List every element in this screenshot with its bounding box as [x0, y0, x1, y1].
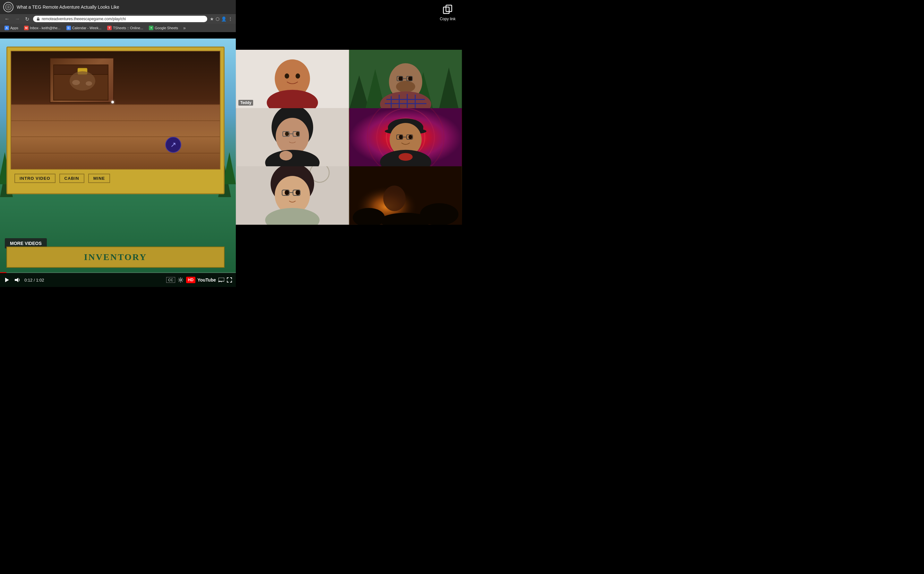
participant-woman-glasses — [236, 108, 349, 167]
video-title: What a TEG Remote Adventure Actually Loo… — [17, 5, 119, 9]
copy-link-label: Copy link — [440, 17, 456, 21]
cap-guy-video — [349, 108, 462, 167]
scene-background — [11, 51, 220, 169]
cc-button[interactable]: CC — [166, 277, 175, 283]
url-bar: ← → ↻ remoteadventures.theeescapegame.co… — [0, 14, 236, 24]
svg-point-50 — [285, 132, 289, 136]
participant-teddy: Teddy — [236, 50, 349, 108]
more-tabs-button[interactable]: » — [182, 25, 187, 30]
dark-scene-video — [349, 166, 462, 225]
extensions-icon[interactable]: ⬡ — [215, 16, 220, 22]
tab-apps[interactable]: A Apps — [3, 25, 20, 31]
svg-rect-5 — [37, 19, 39, 20]
tab-apps-label: Apps — [10, 26, 18, 30]
copy-link-button[interactable]: Copy link — [440, 3, 456, 21]
svg-point-78 — [295, 190, 300, 195]
participants-grid: Teddy — [236, 50, 462, 225]
floor — [11, 104, 220, 169]
calendar-icon: C — [66, 26, 71, 30]
plaid-guy-video — [349, 50, 462, 108]
url-icons-group: ★ ⬡ 👤 ⋮ — [210, 16, 233, 22]
tab-inbox-label: Inbox - keith@the... — [30, 26, 61, 30]
svg-point-15 — [86, 81, 92, 86]
channel-icon — [3, 2, 14, 12]
lock-icon — [36, 17, 40, 21]
svg-point-85 — [383, 186, 405, 211]
copy-link-icon — [442, 3, 454, 16]
chest-object — [50, 58, 114, 103]
more-options-icon[interactable]: ⋮ — [228, 16, 233, 22]
svg-point-35 — [396, 81, 415, 93]
youtube-controls: CC HD YouTube — [166, 277, 232, 283]
tabs-bar: A Apps M Inbox - keith@the... C Calendar… — [0, 24, 236, 32]
svg-point-71 — [399, 153, 413, 161]
navigation-arrow[interactable] — [165, 137, 181, 153]
teddy-video — [236, 50, 349, 108]
fullscreen-button[interactable] — [227, 278, 232, 282]
tab-gsheets-label: Google Sheets — [155, 26, 178, 30]
apps-icon: A — [5, 26, 9, 30]
game-viewport[interactable] — [11, 51, 220, 169]
mine-button[interactable]: MINE — [88, 173, 110, 183]
game-navigation-buttons: INTRO VIDEO CABIN MINE — [11, 171, 220, 186]
svg-point-77 — [284, 190, 289, 195]
intro-video-button[interactable]: INTRO VIDEO — [14, 173, 55, 183]
svg-point-49 — [276, 118, 309, 155]
refresh-button[interactable]: ↻ — [24, 16, 30, 22]
tab-tsheets-label: TSheets :: Online... — [113, 26, 143, 30]
cursor-dot — [112, 101, 114, 103]
hd-settings-button[interactable] — [178, 277, 184, 283]
participant-plaid-guy — [349, 50, 462, 108]
time-display: 0:12 / 1:02 — [24, 278, 44, 282]
gmail-icon: M — [24, 26, 28, 30]
bookmark-icon[interactable]: ★ — [210, 16, 214, 22]
teddy-name-label: Teddy — [238, 100, 253, 106]
participant-cap-guy — [349, 108, 462, 167]
play-button[interactable] — [4, 277, 9, 283]
inventory-section: INVENTORY — [6, 246, 225, 268]
game-frame: INTRO VIDEO CABIN MINE — [6, 47, 225, 194]
video-controls-bar: 0:12 / 1:02 CC HD YouTube — [0, 273, 236, 287]
tab-calendar[interactable]: C Calendar - Week... — [64, 25, 104, 31]
svg-point-24 — [295, 74, 300, 79]
woman-glasses-video — [236, 108, 349, 167]
account-icon[interactable]: 👤 — [221, 16, 226, 22]
tab-tsheets[interactable]: T TSheets :: Online... — [105, 25, 145, 31]
tab-calendar-label: Calendar - Week... — [72, 26, 102, 30]
youtube-logo: HD YouTube — [186, 277, 216, 283]
svg-point-65 — [399, 135, 403, 139]
volume-button[interactable] — [14, 277, 20, 283]
woman-talking-video — [236, 166, 349, 225]
url-text: remoteadventures.theeescapegame.com/play… — [42, 17, 126, 21]
video-content-area: INTRO VIDEO CABIN MINE MORE VIDEOS INVEN… — [0, 38, 236, 287]
tab-inbox[interactable]: M Inbox - keith@the... — [22, 25, 63, 31]
participant-dark-scene — [349, 166, 462, 225]
svg-point-18 — [180, 279, 182, 281]
browser-chrome: What a TEG Remote Adventure Actually Loo… — [0, 0, 236, 32]
svg-point-56 — [280, 151, 292, 160]
cabin-button[interactable]: CABIN — [59, 173, 84, 183]
inventory-title: INVENTORY — [12, 252, 219, 262]
url-field[interactable]: remoteadventures.theeescapegame.com/play… — [33, 16, 207, 22]
browser-title-bar: What a TEG Remote Adventure Actually Loo… — [0, 0, 236, 14]
svg-marker-17 — [15, 278, 18, 282]
svg-rect-19 — [218, 278, 224, 281]
svg-point-14 — [72, 80, 80, 85]
gsheets-icon: + — [149, 26, 153, 30]
back-button[interactable]: ← — [3, 16, 11, 22]
forward-button[interactable]: → — [14, 16, 21, 22]
participant-woman-talking — [236, 166, 349, 225]
svg-point-23 — [284, 74, 289, 79]
tsheets-icon: T — [107, 26, 112, 30]
svg-point-66 — [409, 135, 412, 139]
main-video-player: What a TEG Remote Adventure Actually Loo… — [0, 0, 236, 287]
cast-button[interactable] — [218, 278, 224, 282]
tab-gsheets[interactable]: + Google Sheets — [147, 25, 180, 31]
svg-point-4 — [8, 6, 9, 8]
svg-marker-16 — [5, 278, 9, 282]
